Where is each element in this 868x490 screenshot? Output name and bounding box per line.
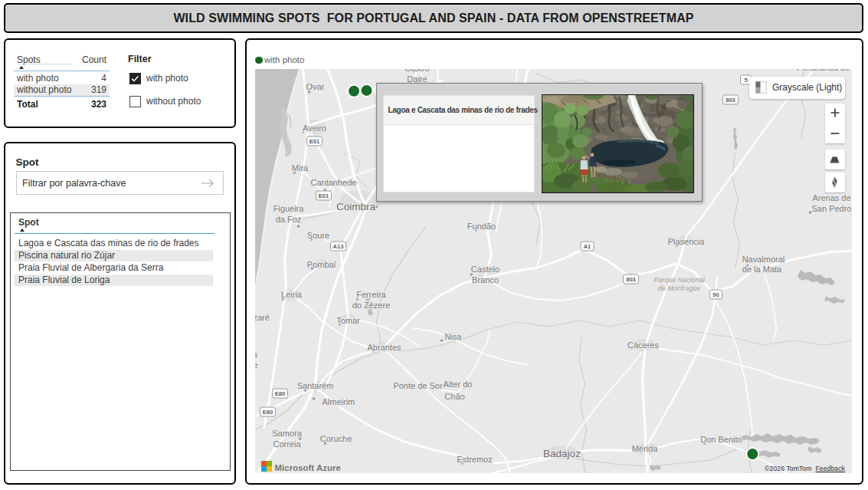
svg-text:Branco: Branco: [472, 275, 499, 284]
svg-text:E01: E01: [319, 192, 329, 199]
svg-text:Nisa: Nisa: [444, 332, 462, 341]
svg-text:5: 5: [744, 77, 747, 84]
svg-text:Mérida: Mérida: [632, 444, 659, 453]
svg-text:Cáceres: Cáceres: [627, 340, 659, 350]
svg-text:do Zêzere: do Zêzere: [352, 301, 391, 310]
svg-text:Chão: Chão: [444, 392, 464, 401]
svg-text:Coruche: Coruche: [320, 434, 352, 443]
svg-text:A13: A13: [333, 243, 344, 250]
svg-text:Mira: Mira: [292, 163, 309, 173]
svg-text:Parque Nacional: Parque Nacional: [653, 276, 706, 284]
svg-text:Santarém: Santarém: [297, 381, 334, 390]
svg-text:Badajoz: Badajoz: [543, 448, 581, 459]
svg-text:Ovar: Ovar: [306, 82, 325, 91]
svg-text:Fundão: Fundão: [467, 222, 496, 231]
svg-text:A1: A1: [584, 243, 591, 250]
svg-text:Penaranda de: Penaranda de: [797, 69, 850, 72]
svg-text:Aveiro: Aveiro: [303, 123, 326, 133]
svg-text:de Monfragüe: de Monfragüe: [658, 284, 701, 292]
svg-text:Correia: Correia: [273, 439, 301, 449]
svg-text:Navalmoral: Navalmoral: [742, 255, 785, 264]
svg-text:a: a: [255, 350, 257, 359]
svg-text:Plasencia: Plasencia: [668, 237, 706, 246]
svg-text:e: e: [255, 360, 258, 370]
svg-text:803: 803: [626, 276, 636, 283]
svg-text:E80: E80: [263, 409, 273, 416]
svg-text:Castro: Castro: [405, 69, 429, 73]
svg-text:de la Mata: de la Mata: [742, 265, 782, 274]
svg-text:Coimbra: Coimbra: [336, 201, 376, 212]
svg-text:Don Benito: Don Benito: [700, 435, 742, 444]
svg-text:Cantanhede: Cantanhede: [311, 178, 357, 187]
svg-text:Soure: Soure: [307, 231, 329, 240]
svg-text:Figueira: Figueira: [274, 204, 305, 213]
svg-text:90: 90: [712, 291, 719, 298]
svg-text:Samora: Samora: [272, 429, 302, 438]
svg-text:E01: E01: [310, 138, 319, 145]
svg-text:zaré: zaré: [255, 313, 270, 322]
svg-text:San Pedro: San Pedro: [812, 204, 852, 213]
svg-text:Abrantes: Abrantes: [367, 343, 401, 352]
svg-text:Ferreira: Ferreira: [356, 290, 386, 299]
svg-text:Ponte de Sor: Ponte de Sor: [393, 381, 443, 390]
svg-text:Arenas de: Arenas de: [812, 193, 850, 202]
svg-text:Almeirim: Almeirim: [323, 397, 355, 406]
svg-text:da Foz: da Foz: [276, 215, 302, 224]
svg-text:Leiria: Leiria: [281, 290, 303, 299]
svg-text:Tomar: Tomar: [336, 316, 360, 325]
svg-text:Pombal: Pombal: [307, 260, 336, 269]
svg-text:Estremoz: Estremoz: [457, 455, 492, 464]
svg-text:E80: E80: [275, 390, 285, 397]
svg-text:Castelo: Castelo: [471, 265, 500, 274]
svg-text:803: 803: [726, 97, 735, 104]
svg-text:Alter do: Alter do: [444, 380, 473, 389]
